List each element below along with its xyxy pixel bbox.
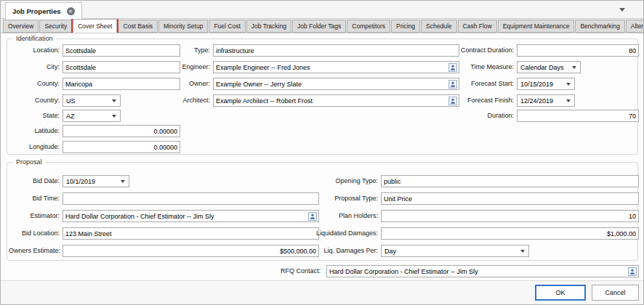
country-value: US [66,96,76,106]
rfq-contact-label: RFQ Contact: [245,265,321,277]
opening-type-input[interactable] [381,175,639,187]
country-select[interactable]: US [63,94,121,107]
dialog-button-bar: OK Cancel [1,280,643,304]
state-select[interactable]: AZ [63,110,121,122]
tab-pricing[interactable]: Pricing [391,20,420,33]
tab-cover-sheet[interactable]: Cover Sheet [73,19,117,33]
state-label: State: [9,110,60,122]
tab-cash-flow[interactable]: Cash Flow [458,20,497,33]
chevron-down-icon [520,250,525,253]
tab-overview[interactable]: Overview [3,20,39,33]
time-measure-value: Calendar Days [520,62,564,73]
owner-label: Owner: [116,78,210,90]
bid-time-label: Bid Time: [9,192,60,205]
liq-damages-per-select[interactable]: Day [381,245,529,257]
chevron-down-icon [566,99,571,102]
engineer-label: Engineer: [116,61,210,73]
tab-cost-basis[interactable]: Cost Basis [118,20,158,33]
forecast-start-label: Forecast Start: [412,78,514,90]
proposal-group-title: Proposal [13,158,45,166]
plan-holders-input[interactable] [381,210,639,222]
forecast-finish-value: 12/24/2019 [520,96,553,106]
latitude-label: Latitude: [9,125,60,137]
bid-date-value: 10/1/2019 [66,176,95,187]
chevron-down-icon [572,66,576,69]
tab-minority-setup[interactable]: Minority Setup [158,20,208,33]
proposal-group: Proposal Bid Date: 10/1/2019 Bid Time: E… [7,162,638,261]
forecast-finish-label: Forecast Finish: [412,94,514,107]
bid-location-label: Bid Location: [9,227,60,240]
bid-date-label: Bid Date: [9,175,60,187]
ok-button[interactable]: OK [535,285,586,301]
longitude-label: Longitude: [9,141,60,153]
forecast-start-value: 10/15/2019 [520,79,553,89]
forecast-finish-datepicker[interactable]: 12/24/2019 [517,94,575,107]
forecast-start-datepicker[interactable]: 10/15/2019 [517,78,575,90]
duration-input[interactable] [517,110,639,122]
proposal-type-input[interactable] [381,192,639,205]
chevron-down-icon [566,83,571,86]
country-label: Country: [9,94,60,107]
location-label: Location: [9,44,60,57]
rfq-contact-picker[interactable] [326,265,639,277]
page-tab-strip: Overview Security Cover Sheet Cost Basis… [1,19,643,33]
tab-fuel-cost[interactable]: Fuel Cost [209,20,245,33]
owners-estimate-label: Owners Estimate: [9,245,60,257]
cover-sheet-page: Identification Location: City: County: C… [1,33,643,282]
tab-job-folder-tags[interactable]: Job Folder Tags [292,20,346,33]
tab-security[interactable]: Security [39,20,72,33]
type-label: Type: [116,44,210,57]
contact-picker-icon[interactable] [628,267,637,276]
tab-schedule[interactable]: Schedule [421,20,456,33]
contract-duration-label: Contract Duration: [412,44,514,57]
city-label: City: [9,61,60,73]
architect-label: Architect: [116,94,210,107]
tab-list-chevron-down-icon[interactable] [619,8,625,12]
bid-date-datepicker[interactable]: 10/1/2019 [63,175,129,187]
plan-holders-label: Plan Holders: [266,210,378,222]
tab-job-tracking[interactable]: Job Tracking [246,20,291,33]
longitude-input[interactable] [63,141,180,153]
liquidated-damages-input[interactable] [381,227,639,240]
tab-alternates[interactable]: Alternates [626,20,643,33]
opening-type-label: Opening Type: [266,175,378,187]
close-icon[interactable]: ✕ [67,7,75,15]
tab-equipment-maintenance[interactable]: Equipment Maintenance [498,20,575,33]
job-properties-window: Job Properties ✕ Overview Security Cover… [0,0,644,305]
liquidated-damages-label: Liquidated Damages: [266,227,378,240]
county-label: County: [9,78,60,90]
tab-competitors[interactable]: Competitors [347,20,390,33]
chevron-down-icon [112,115,116,118]
proposal-type-label: Proposal Type: [266,192,378,205]
duration-label: Duration: [412,110,514,122]
latitude-input[interactable] [63,125,180,137]
estimator-label: Estimator: [9,210,60,222]
time-measure-select[interactable]: Calendar Days [517,61,581,73]
identification-group-title: Identification [13,34,56,43]
liq-damages-per-value: Day [385,246,396,256]
rfq-contact-input[interactable] [327,266,627,277]
doc-tab-job-properties[interactable]: Job Properties ✕ [5,2,82,20]
time-measure-label: Time Measure: [412,61,514,73]
contract-duration-input[interactable] [517,44,639,57]
liq-damages-per-label: Liq. Damages Per: [266,245,378,257]
doc-tab-title: Job Properties [12,7,61,15]
tab-benchmarking[interactable]: Benchmarking [575,20,624,33]
cancel-button[interactable]: Cancel [592,285,639,301]
document-tab-bar: Job Properties ✕ [1,1,643,19]
chevron-down-icon [121,180,125,183]
state-value: AZ [66,111,75,121]
identification-group: Identification Location: City: County: C… [7,38,638,155]
